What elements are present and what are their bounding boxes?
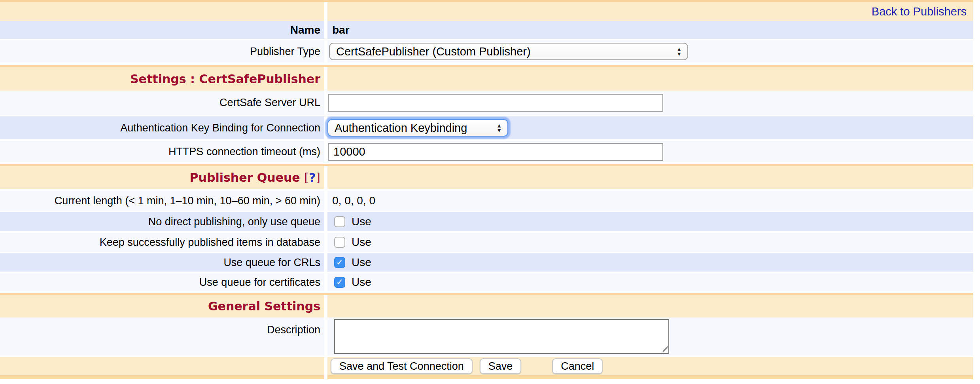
column-gap bbox=[324, 375, 327, 379]
certsafe-server-url-input[interactable] bbox=[328, 94, 663, 112]
column-gap bbox=[324, 40, 327, 63]
no-direct-publishing-label: No direct publishing, only use queue bbox=[0, 212, 324, 231]
keep-published-items-checkbox[interactable]: ✓ bbox=[334, 237, 345, 248]
column-gap bbox=[324, 91, 327, 115]
auth-key-binding-selected-value: Authentication Keybinding bbox=[328, 122, 493, 135]
publisher-queue-section-header: Publisher Queue [?] bbox=[0, 164, 973, 189]
name-row: Name bar bbox=[0, 21, 973, 39]
cancel-button[interactable]: Cancel bbox=[552, 358, 603, 374]
top-section-spacer bbox=[0, 2, 324, 21]
use-checkbox-label: Use bbox=[345, 256, 371, 269]
use-queue-crls-checkbox[interactable]: ✓ bbox=[334, 257, 345, 268]
column-gap bbox=[324, 212, 327, 231]
https-timeout-row: HTTPS connection timeout (ms) bbox=[0, 141, 973, 162]
column-gap bbox=[324, 141, 327, 162]
https-timeout-label: HTTPS connection timeout (ms) bbox=[0, 141, 324, 162]
column-gap bbox=[324, 67, 327, 91]
help-bracket-open: [ bbox=[304, 171, 309, 184]
use-checkbox-label: Use bbox=[345, 215, 371, 228]
name-value: bar bbox=[327, 21, 973, 39]
checkmark-icon: ✓ bbox=[336, 278, 343, 287]
save-and-test-connection-button[interactable]: Save and Test Connection bbox=[331, 358, 473, 374]
bottom-section-border bbox=[0, 375, 973, 379]
column-gap bbox=[324, 191, 327, 211]
back-to-publishers-link[interactable]: Back to Publishers bbox=[872, 5, 967, 18]
certsafe-server-url-row: CertSafe Server URL bbox=[0, 91, 973, 115]
column-gap bbox=[324, 317, 327, 355]
certsafe-server-url-label: CertSafe Server URL bbox=[0, 91, 324, 115]
column-gap bbox=[324, 166, 327, 189]
settings-section-title: Settings : CertSafePublisher bbox=[0, 67, 324, 91]
column-gap bbox=[324, 116, 327, 139]
textarea-resize-handle[interactable] bbox=[660, 345, 668, 352]
keep-published-items-row: Keep successfully published items in dat… bbox=[0, 233, 973, 252]
auth-key-binding-label: Authentication Key Binding for Connectio… bbox=[0, 116, 324, 139]
column-gap bbox=[324, 253, 327, 272]
description-label: Description bbox=[0, 317, 324, 355]
description-textarea[interactable] bbox=[334, 319, 669, 354]
save-button[interactable]: Save bbox=[480, 358, 522, 374]
keep-published-items-label: Keep successfully published items in dat… bbox=[0, 233, 324, 252]
auth-key-binding-row: Authentication Key Binding for Connectio… bbox=[0, 116, 973, 139]
https-timeout-input[interactable] bbox=[328, 143, 663, 161]
publisher-type-selected-value: CertSafePublisher (Custom Publisher) bbox=[330, 45, 673, 58]
publisher-type-select[interactable]: CertSafePublisher (Custom Publisher) ▲ ▼ bbox=[329, 43, 688, 60]
top-section: Back to Publishers bbox=[0, 0, 973, 21]
column-gap bbox=[324, 273, 327, 291]
general-settings-section-header: General Settings bbox=[0, 293, 973, 317]
buttons-row-spacer bbox=[0, 357, 324, 375]
select-spinner-icon: ▲ ▼ bbox=[673, 47, 687, 55]
auth-key-binding-select[interactable]: Authentication Keybinding ▲ ▼ bbox=[327, 119, 508, 137]
general-settings-section-title: General Settings bbox=[0, 295, 324, 317]
publisher-edit-form: Back to Publishers Name bar Publisher Ty… bbox=[0, 0, 973, 379]
current-length-row: Current length (< 1 min, 1–10 min, 10–60… bbox=[0, 191, 973, 211]
use-queue-crls-label: Use queue for CRLs bbox=[0, 253, 324, 272]
name-label: Name bbox=[0, 21, 324, 39]
no-direct-publishing-row: No direct publishing, only use queue ✓ U… bbox=[0, 212, 973, 231]
settings-section-header: Settings : CertSafePublisher bbox=[0, 65, 973, 91]
column-gap bbox=[324, 21, 327, 39]
use-checkbox-label: Use bbox=[345, 236, 371, 249]
current-length-label: Current length (< 1 min, 1–10 min, 10–60… bbox=[0, 191, 324, 211]
column-gap bbox=[324, 357, 327, 375]
current-length-value: 0, 0, 0, 0 bbox=[327, 191, 973, 211]
no-direct-publishing-checkbox[interactable]: ✓ bbox=[334, 216, 345, 227]
use-queue-certificates-label: Use queue for certificates bbox=[0, 273, 324, 291]
publisher-queue-help-link[interactable]: ? bbox=[309, 171, 316, 184]
checkmark-icon: ✓ bbox=[336, 258, 343, 267]
use-queue-certificates-row: Use queue for certificates ✓ Use bbox=[0, 273, 973, 291]
publisher-type-row: Publisher Type CertSafePublisher (Custom… bbox=[0, 40, 973, 63]
description-row: Description bbox=[0, 317, 973, 355]
publisher-queue-section-title: Publisher Queue [?] bbox=[0, 166, 324, 189]
column-gap bbox=[324, 233, 327, 252]
column-gap bbox=[324, 2, 327, 21]
use-checkbox-label: Use bbox=[345, 276, 371, 289]
select-spinner-icon: ▲ ▼ bbox=[493, 124, 507, 132]
use-queue-certificates-checkbox[interactable]: ✓ bbox=[334, 277, 345, 288]
column-gap bbox=[324, 295, 327, 317]
help-bracket-close: ] bbox=[316, 171, 320, 184]
buttons-row: Save and Test Connection Save Cancel bbox=[0, 357, 973, 375]
use-queue-crls-row: Use queue for CRLs ✓ Use bbox=[0, 253, 973, 272]
publisher-type-label: Publisher Type bbox=[0, 40, 324, 63]
